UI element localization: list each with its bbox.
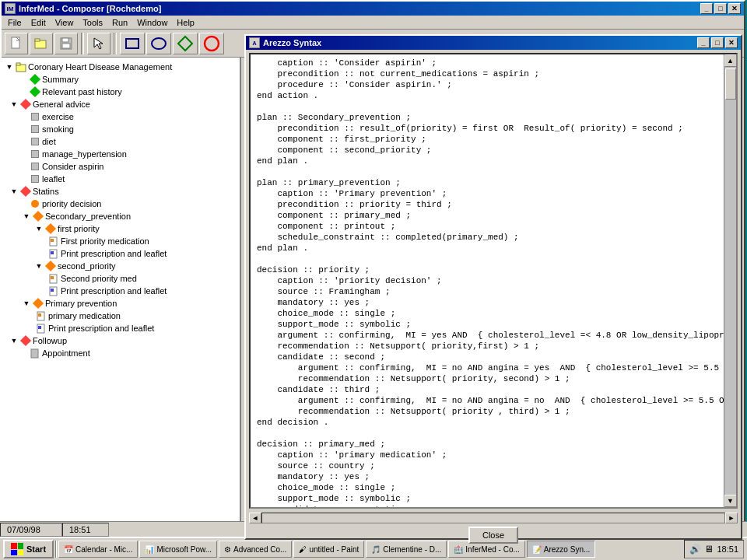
general-expand[interactable]: ▼ <box>8 98 20 110</box>
first-pri-med-label: First priority medication <box>61 236 149 246</box>
scroll-up-button[interactable]: ▲ <box>724 54 737 67</box>
syntax-text[interactable]: caption :: 'Consider aspirin' ; precondi… <box>251 54 724 507</box>
tree-item-print-leaf1[interactable]: Print prescription and leaflet <box>2 247 240 260</box>
second-pri-med-label: Second priority med <box>61 274 137 283</box>
tree-item-followup[interactable]: ▼ Followup <box>2 334 240 347</box>
tree-item-primary-med[interactable]: primary medication <box>2 310 240 322</box>
menu-view[interactable]: View <box>51 16 79 29</box>
rect-button[interactable] <box>120 33 145 54</box>
tree-item-print-leaf3[interactable]: Print prescription and leaflet <box>2 322 240 334</box>
tree-item-general[interactable]: ▼ General advice <box>2 98 240 110</box>
start-button[interactable]: Start <box>3 540 54 558</box>
tree-item-second-priority[interactable]: ▼ second_priority <box>2 260 240 272</box>
root-expand-icon[interactable]: ▼ <box>3 61 16 73</box>
smoking-label: smoking <box>42 124 74 134</box>
syntax-content[interactable]: caption :: 'Consider aspirin' ; precondi… <box>249 53 738 509</box>
second-priority-label: second_priority <box>58 261 116 271</box>
menu-tools[interactable]: Tools <box>78 16 107 29</box>
horizontal-scroll-track[interactable] <box>261 513 725 523</box>
print-leaf1-label: Print prescription and leaflet <box>61 249 167 258</box>
menu-window[interactable]: Window <box>132 16 172 29</box>
tree-item-summary[interactable]: Summary <box>2 73 240 86</box>
tree-item-print-leaf2[interactable]: Print prescription and leaflet <box>2 285 240 297</box>
tree-panel[interactable]: ▼ Coronary Heart Disease Management Summ… <box>2 58 241 535</box>
minimize-button[interactable]: _ <box>700 3 713 14</box>
primary-prev-icon <box>33 298 44 309</box>
consider-asp-icon <box>30 161 40 172</box>
save-button[interactable] <box>54 33 78 54</box>
tree-item-exercise[interactable]: exercise <box>2 110 240 123</box>
diet-icon <box>30 136 40 147</box>
tree-item-statins[interactable]: ▼ Statins <box>2 185 240 198</box>
svg-rect-7 <box>126 39 139 48</box>
scroll-down-button[interactable]: ▼ <box>724 495 737 507</box>
tree-item-relevant[interactable]: Relevant past history <box>2 86 240 98</box>
followup-expand[interactable]: ▼ <box>8 334 20 347</box>
tree-item-primary-prev[interactable]: ▼ Primary prevention <box>2 297 240 310</box>
tree-item-first-pri-med[interactable]: First priority medication <box>2 235 240 247</box>
secondary-expand[interactable]: ▼ <box>20 210 33 222</box>
tree-item-priority-dec[interactable]: priority decision <box>2 198 240 210</box>
tree-item-appointment[interactable]: Appointment <box>2 347 240 359</box>
pointer-button[interactable] <box>87 33 110 54</box>
consider-asp-label: Consider aspirin <box>42 162 103 171</box>
svg-rect-24 <box>38 326 41 329</box>
menu-edit[interactable]: Edit <box>26 16 51 29</box>
print-leaf3-icon <box>36 323 47 334</box>
svg-rect-20 <box>51 289 54 292</box>
taskbar-calendar[interactable]: 📅 Calendar - Mic... <box>58 541 138 558</box>
svg-rect-18 <box>51 276 54 279</box>
new-button[interactable] <box>5 33 28 54</box>
tree-item-smoking[interactable]: smoking <box>2 123 240 135</box>
svg-rect-2 <box>35 39 40 41</box>
first-priority-expand[interactable]: ▼ <box>33 222 45 235</box>
menu-file[interactable]: File <box>3 16 26 29</box>
primary-prev-expand[interactable]: ▼ <box>20 297 33 310</box>
scroll-thumb[interactable] <box>725 68 736 100</box>
tree-root[interactable]: ▼ Coronary Heart Disease Management <box>2 61 240 73</box>
appointment-label: Appointment <box>42 348 90 358</box>
close-button[interactable]: Close <box>468 527 518 544</box>
syntax-maximize[interactable]: □ <box>711 37 724 48</box>
toolbar-sep-1 <box>81 33 84 54</box>
syntax-close[interactable]: ✕ <box>725 37 738 48</box>
diamond-button[interactable] <box>173 33 198 54</box>
tree-item-leaflet[interactable]: leaflet <box>2 173 240 185</box>
scroll-left-button[interactable]: ◄ <box>249 513 261 523</box>
calendar-icon: 📅 <box>64 545 73 554</box>
leaflet-icon <box>30 173 40 184</box>
close-button[interactable]: ✕ <box>728 3 741 14</box>
vertical-scrollbar[interactable]: ▲ ▼ <box>724 54 736 507</box>
title-bar-buttons: _ □ ✕ <box>700 3 741 14</box>
second-priority-expand[interactable]: ▼ <box>33 260 45 272</box>
title-bar-left: IM InferMed - Composer [Rochedemo] <box>5 3 161 14</box>
tree-item-second-pri-med[interactable]: Second priority med <box>2 272 240 285</box>
open-button[interactable] <box>30 33 53 54</box>
taskbar-separator <box>55 541 57 558</box>
print-leaf2-icon <box>48 285 59 296</box>
syntax-minimize[interactable]: _ <box>697 37 710 48</box>
print-leaf3-label: Print prescription and leaflet <box>48 324 154 333</box>
status-date: 07/09/98 <box>0 523 62 537</box>
maximize-button[interactable]: □ <box>714 3 727 14</box>
tree-item-diet[interactable]: diet <box>2 135 240 148</box>
tree-item-manage-hyp[interactable]: manage_hypertension <box>2 148 240 160</box>
tree-item-consider-asp[interactable]: Consider aspirin <box>2 160 240 173</box>
manage-hyp-label: manage_hypertension <box>42 149 127 159</box>
scroll-track[interactable] <box>724 67 736 495</box>
tree-item-first-priority[interactable]: ▼ first priority <box>2 222 240 235</box>
app-icon: IM <box>5 3 16 14</box>
menu-run[interactable]: Run <box>107 16 132 29</box>
menu-help[interactable]: Help <box>172 16 199 29</box>
circle-button[interactable] <box>199 33 224 54</box>
syntax-dialog-buttons: _ □ ✕ <box>697 37 738 48</box>
arezzo-icon: 📝 <box>532 545 542 554</box>
taskbar-powerpoint[interactable]: 📊 Microsoft Pow... <box>139 541 217 558</box>
statins-expand[interactable]: ▼ <box>8 185 20 198</box>
scroll-right-button[interactable]: ► <box>725 513 738 523</box>
diet-label: diet <box>42 137 56 146</box>
second-priority-icon <box>45 261 56 271</box>
ellipse-button[interactable] <box>146 33 171 54</box>
tree-item-secondary-prev[interactable]: ▼ Secondary_prevention <box>2 210 240 222</box>
exercise-label: exercise <box>42 112 74 121</box>
